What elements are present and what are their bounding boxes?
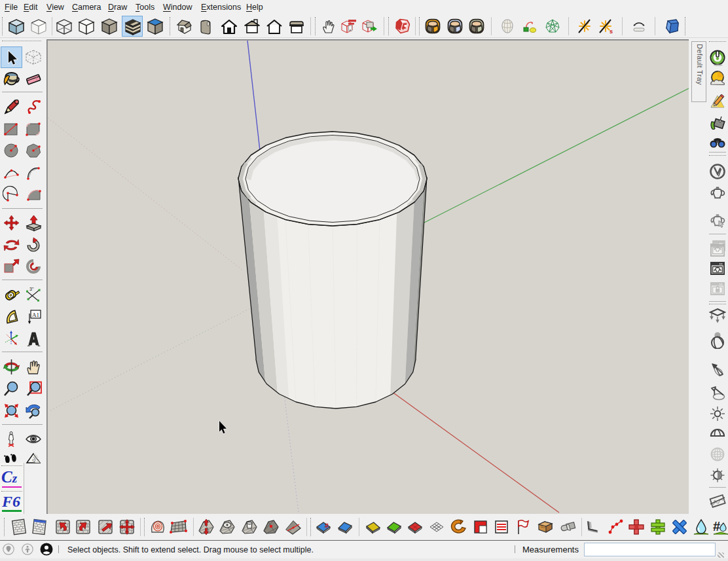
svg-text:#: # xyxy=(325,522,329,530)
svg-text:A1: A1 xyxy=(32,311,39,317)
svg-text:s: s xyxy=(610,28,613,35)
svg-text:#: # xyxy=(713,519,720,534)
svg-text:3": 3" xyxy=(29,287,34,291)
svg-text:C: C xyxy=(33,458,35,462)
